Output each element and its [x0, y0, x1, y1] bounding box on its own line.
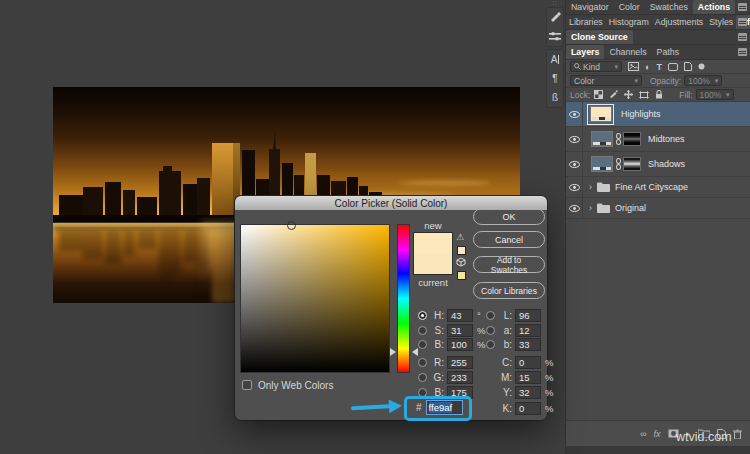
visibility-eye-icon[interactable] — [566, 102, 583, 126]
glyphs-panel-icon[interactable]: ß — [547, 88, 563, 107]
tab-adjustments[interactable]: Adjustments — [652, 15, 706, 29]
layer-group-row-original[interactable]: › Original — [566, 198, 750, 219]
lab-b-radio[interactable] — [486, 340, 495, 349]
lock-artboard-icon[interactable] — [639, 91, 649, 99]
tab-actions[interactable]: Actions — [693, 0, 735, 14]
tab-swatches[interactable]: Swatches — [645, 0, 693, 14]
saturation-input[interactable]: 31 — [447, 324, 473, 337]
fill-dropdown[interactable]: 100%▾ — [696, 89, 734, 100]
filter-shape-layers-icon[interactable] — [668, 63, 678, 71]
magenta-input[interactable]: 15 — [515, 371, 541, 384]
visibility-eye-icon[interactable] — [566, 152, 583, 176]
filter-kind-dropdown[interactable]: Kind ▾ — [570, 61, 622, 72]
web-safe-cube-icon[interactable] — [456, 257, 466, 267]
layer-effects-icon[interactable]: fx — [654, 429, 661, 439]
yellow-input[interactable]: 32 — [515, 386, 541, 399]
lab-l-input[interactable]: 96 — [515, 309, 541, 322]
hue-radio[interactable] — [418, 311, 427, 320]
saturation-brightness-field[interactable] — [240, 224, 390, 373]
character-panel-icon[interactable]: A — [547, 50, 563, 69]
layer-mask-thumbnail[interactable] — [623, 157, 641, 171]
filter-adjustment-layers-icon[interactable]: ◐ — [645, 62, 650, 72]
filter-toggle-icon[interactable] — [698, 63, 705, 70]
black-input[interactable]: 0 — [515, 402, 541, 415]
paragraph-panel-icon[interactable]: ¶ — [547, 69, 563, 88]
tab-histogram[interactable]: Histogram — [606, 15, 652, 29]
brush-settings-icon[interactable] — [547, 8, 563, 27]
color-libraries-button[interactable]: Color Libraries — [473, 282, 545, 299]
hue-input[interactable]: 43 — [447, 309, 473, 322]
opacity-dropdown[interactable]: 100%▾ — [684, 75, 722, 86]
green-input[interactable]: 233 — [447, 371, 473, 384]
dock-handle-icon[interactable]: ∷ — [545, 0, 565, 5]
lock-all-icon[interactable] — [655, 90, 663, 99]
cancel-button[interactable]: Cancel — [473, 231, 545, 248]
tab-clone-source[interactable]: Clone Source — [566, 30, 633, 44]
layer-thumbnail-selected-frame[interactable] — [587, 104, 614, 125]
tab-layers[interactable]: Layers — [566, 45, 604, 59]
visibility-eye-icon[interactable] — [566, 127, 583, 151]
web-safe-swatch[interactable] — [457, 271, 466, 280]
search-icon — [574, 63, 581, 70]
hue-slider[interactable] — [397, 224, 410, 373]
red-radio[interactable] — [418, 358, 427, 367]
panel-menu-icon[interactable] — [738, 33, 747, 41]
saturation-radio[interactable] — [418, 326, 427, 335]
fill-layer-thumbnail[interactable] — [591, 131, 613, 147]
mask-link-icon[interactable] — [616, 133, 621, 145]
layer-name[interactable]: Original — [615, 203, 646, 213]
lock-transparency-icon[interactable] — [594, 90, 603, 99]
layer-name[interactable]: Fine Art Cityscape — [615, 182, 688, 192]
lab-a-input[interactable]: 12 — [515, 324, 541, 337]
layer-row-shadows[interactable]: Shadows — [566, 152, 750, 177]
layer-name[interactable]: Highlights — [621, 109, 661, 119]
mask-link-icon[interactable] — [616, 158, 621, 170]
add-to-swatches-button[interactable]: Add to Swatches — [473, 256, 545, 273]
gamut-safe-swatch[interactable] — [457, 246, 466, 255]
panel-menu-icon[interactable] — [738, 48, 747, 56]
layer-row-highlights[interactable]: Highlights — [566, 102, 750, 127]
green-radio[interactable] — [418, 373, 427, 382]
only-web-colors-label: Only Web Colors — [258, 380, 333, 391]
fill-layer-thumbnail[interactable] — [591, 156, 613, 172]
filter-smart-objects-icon[interactable] — [684, 62, 692, 71]
group-disclosure-icon[interactable]: › — [589, 203, 592, 213]
lab-a-radio[interactable] — [486, 326, 495, 335]
tab-channels[interactable]: Channels — [604, 45, 651, 59]
layer-name[interactable]: Shadows — [648, 159, 685, 169]
panel-menu-icon[interactable] — [738, 18, 747, 26]
brightness-input[interactable]: 100 — [447, 338, 473, 351]
layer-group-row-fine-art-cityscape[interactable]: › Fine Art Cityscape — [566, 177, 750, 198]
color-field-marker[interactable] — [287, 221, 296, 230]
fill-layer-thumbnail[interactable] — [590, 106, 612, 122]
lab-l-radio[interactable] — [486, 311, 495, 320]
brushes-panel-icon[interactable] — [547, 27, 563, 46]
lab-b-input[interactable]: 33 — [515, 338, 541, 351]
layer-row-midtones[interactable]: Midtones — [566, 127, 750, 152]
blend-mode-dropdown[interactable]: Color▾ — [570, 75, 642, 86]
visibility-eye-icon[interactable] — [566, 198, 583, 218]
visibility-eye-icon[interactable] — [566, 177, 583, 197]
layer-name[interactable]: Midtones — [648, 134, 685, 144]
tab-color[interactable]: Color — [614, 0, 645, 14]
lock-position-icon[interactable] — [624, 90, 633, 99]
group-disclosure-icon[interactable]: › — [589, 182, 592, 192]
tab-libraries[interactable]: Libraries — [566, 15, 606, 29]
only-web-colors-checkbox[interactable] — [242, 380, 252, 390]
filter-pixel-layers-icon[interactable] — [628, 62, 639, 71]
tab-paths[interactable]: Paths — [652, 45, 685, 59]
link-layers-icon[interactable]: ∞ — [640, 429, 646, 439]
lock-pixels-icon[interactable] — [609, 90, 618, 99]
filter-type-layers-icon[interactable]: T — [656, 62, 662, 72]
delete-layer-icon[interactable] — [733, 429, 742, 439]
ok-button[interactable]: OK — [473, 208, 545, 225]
hue-slider-left-arrow-icon[interactable] — [390, 348, 396, 356]
tab-styles[interactable]: Styles — [706, 15, 736, 29]
gamut-warning-icon[interactable]: ⚠ — [456, 232, 464, 242]
tab-navigator[interactable]: Navigator — [566, 0, 614, 14]
layer-mask-thumbnail[interactable] — [623, 132, 641, 146]
red-input[interactable]: 255 — [447, 356, 473, 369]
brightness-radio[interactable] — [418, 340, 427, 349]
panel-menu-icon[interactable] — [738, 3, 747, 11]
cyan-input[interactable]: 0 — [515, 356, 541, 369]
